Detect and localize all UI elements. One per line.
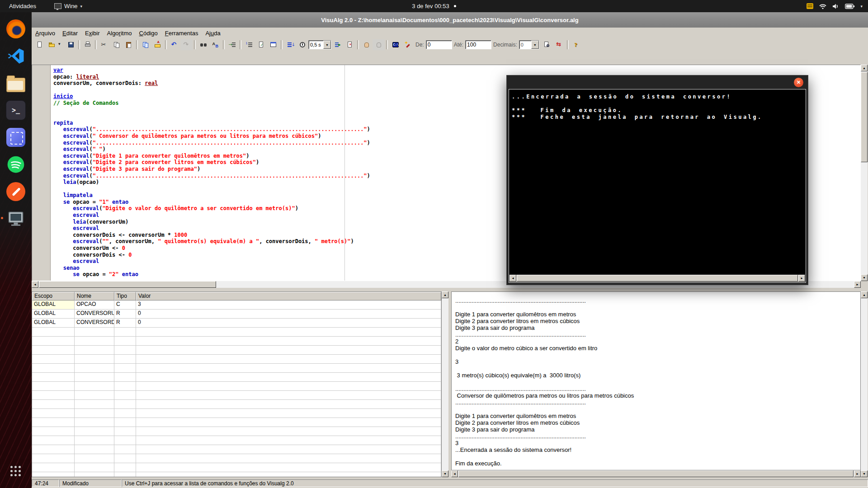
- help-button[interactable]: [570, 39, 582, 50]
- table-row[interactable]: GLOBALOPCAOC3: [32, 300, 441, 310]
- chevron-down-icon[interactable]: ▾: [531, 41, 539, 49]
- menu-algoritmo[interactable]: Algoritmo: [104, 28, 136, 38]
- scroll-thumb[interactable]: [39, 281, 216, 288]
- delay-select[interactable]: 0,5 s▾: [308, 40, 331, 49]
- print-button[interactable]: [81, 39, 94, 50]
- report-button[interactable]: [255, 39, 267, 50]
- open-button[interactable]: [46, 39, 58, 50]
- dock-item-visualg[interactable]: [5, 208, 26, 229]
- dock-item-firefox[interactable]: [5, 19, 26, 39]
- window-titlebar[interactable]: VisuAlg 2.0 - Z:\home\anaisa\Documentos\…: [32, 12, 868, 28]
- interval-from-input[interactable]: [426, 40, 452, 49]
- output-hscrollbar[interactable]: ◂ ▸: [451, 470, 861, 477]
- column-header-nome[interactable]: Nome: [75, 292, 114, 300]
- table-cell: [75, 400, 114, 408]
- show-applications-button[interactable]: [5, 461, 26, 482]
- save-icon: [67, 41, 75, 48]
- column-header-tipo[interactable]: Tipo: [114, 292, 136, 300]
- editor-vscrollbar[interactable]: ▴ ▾: [861, 65, 868, 281]
- output-panel[interactable]: ........................................…: [451, 291, 861, 470]
- undo-button[interactable]: [168, 39, 180, 50]
- menu-ferramentas[interactable]: Ferramentas: [161, 28, 202, 38]
- watch-vscrollbar[interactable]: ▴ ▾: [442, 291, 448, 477]
- scroll-thumb[interactable]: [458, 470, 854, 477]
- trace-button[interactable]: [344, 39, 356, 50]
- chevron-down-icon[interactable]: ▾: [860, 4, 863, 9]
- scroll-right-icon[interactable]: ▸: [854, 281, 861, 288]
- hand-button[interactable]: [360, 39, 373, 50]
- openarrow-button[interactable]: [58, 39, 65, 50]
- clock[interactable]: 3 de fev 00:53: [412, 3, 449, 9]
- activities-button[interactable]: Atividades: [6, 0, 39, 12]
- column-header-escopo[interactable]: Escopo: [32, 292, 75, 300]
- battery-icon[interactable]: [845, 4, 855, 9]
- scroll-down-icon[interactable]: ▾: [442, 470, 448, 477]
- chevron-down-icon[interactable]: ▾: [323, 41, 331, 49]
- scroll-down-icon[interactable]: ▾: [861, 274, 868, 281]
- column-header-valor[interactable]: Valor: [136, 292, 441, 300]
- hand-button[interactable]: [373, 39, 385, 50]
- indent-button[interactable]: [226, 39, 238, 50]
- window-button[interactable]: [267, 39, 279, 50]
- scroll-up-icon[interactable]: ▴: [861, 65, 868, 71]
- table-row[interactable]: GLOBALCONVERSORUMR0: [32, 310, 441, 319]
- scroll-thumb[interactable]: [861, 72, 868, 162]
- panel-splitter[interactable]: [32, 288, 868, 291]
- save-button[interactable]: [65, 39, 77, 50]
- close-icon[interactable]: ✕: [794, 78, 803, 87]
- scroll-left-icon[interactable]: ◂: [32, 281, 38, 288]
- indicator-icon[interactable]: [807, 3, 813, 9]
- console-hscrollbar[interactable]: ◂ ▸: [509, 275, 805, 282]
- volume-icon[interactable]: [832, 3, 840, 9]
- menu-arquivo[interactable]: Arquivo: [32, 28, 59, 38]
- dock-item-terminal[interactable]: >_: [5, 100, 26, 121]
- export-button[interactable]: [151, 39, 164, 50]
- new-button[interactable]: [33, 39, 46, 50]
- scroll-right-icon[interactable]: ▸: [798, 275, 805, 282]
- console-titlebar[interactable]: ✕: [507, 75, 808, 89]
- menu-ajuda[interactable]: Ajuda: [202, 28, 224, 38]
- console-button[interactable]: [389, 39, 401, 50]
- find-button[interactable]: [197, 39, 209, 50]
- redo-button[interactable]: [180, 39, 193, 50]
- menu-código[interactable]: Código: [136, 28, 161, 38]
- dock-item-vscode[interactable]: [5, 46, 26, 66]
- cut-button[interactable]: [98, 39, 110, 50]
- preview-button[interactable]: [541, 39, 553, 50]
- scroll-right-icon[interactable]: ▸: [854, 470, 861, 477]
- scroll-down-icon[interactable]: ▾: [861, 470, 868, 477]
- copy-button[interactable]: [110, 39, 123, 50]
- scroll-left-icon[interactable]: ◂: [509, 275, 516, 282]
- paste-button[interactable]: [123, 39, 135, 50]
- runlist-button[interactable]: [284, 39, 296, 50]
- dock-item-spotify[interactable]: [5, 154, 26, 175]
- dup-button[interactable]: [139, 39, 151, 50]
- wifi-icon[interactable]: [819, 3, 827, 9]
- timer-button[interactable]: [296, 39, 308, 50]
- replace-button[interactable]: [209, 39, 222, 50]
- output-vscrollbar[interactable]: ▴ ▾: [861, 291, 868, 477]
- menu-exibir[interactable]: Exibir: [81, 28, 104, 38]
- scroll-thumb[interactable]: [517, 275, 798, 282]
- dos-console-window[interactable]: ✕ ...Encerrada a sessão do sistema conve…: [506, 75, 808, 285]
- dock-item-screenshot-tool[interactable]: [5, 127, 26, 148]
- scroll-up-icon[interactable]: ▴: [442, 291, 448, 298]
- table-row[interactable]: GLOBALCONVERSORDOISR0: [32, 319, 441, 328]
- output-line: Digite 3 para sair do programa: [452, 324, 860, 331]
- scroll-up-icon[interactable]: ▴: [861, 291, 868, 298]
- wand-button[interactable]: [401, 39, 414, 50]
- code-area[interactable]: varopcao: literalconversorUm, conversorD…: [53, 67, 370, 278]
- variable-watch-table[interactable]: EscopoNomeTipoValorGLOBALOPCAOC3GLOBALCO…: [32, 291, 442, 477]
- new-icon: [36, 41, 43, 48]
- dock-item-files[interactable]: [5, 73, 26, 94]
- dock-item-draw-tool[interactable]: [5, 181, 26, 202]
- table-cell: [114, 373, 136, 381]
- numlist-button[interactable]: [243, 39, 255, 50]
- menu-editar[interactable]: Editar: [59, 28, 81, 38]
- wine-app-menu[interactable]: Wine ▾: [52, 0, 85, 12]
- step-button[interactable]: [331, 39, 344, 50]
- interval-to-input[interactable]: [465, 40, 491, 49]
- scroll-left-icon[interactable]: ◂: [451, 470, 458, 477]
- decimais-select[interactable]: 0▾: [519, 40, 539, 49]
- restore-button[interactable]: [553, 39, 566, 50]
